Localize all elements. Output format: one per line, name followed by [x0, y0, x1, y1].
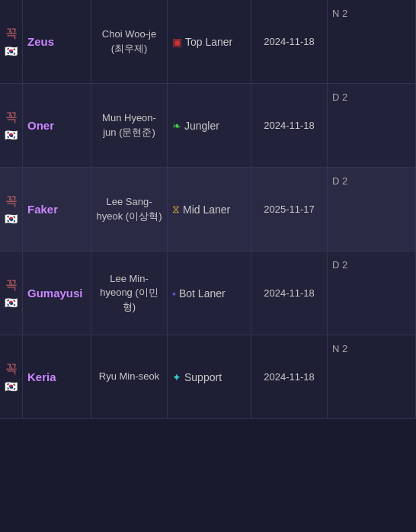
date-value: 2024-11-18: [264, 371, 315, 383]
date-value: 2025-11-17: [264, 204, 315, 215]
cell-date: 2024-11-18: [251, 84, 328, 167]
top-laner-icon: ▣: [172, 36, 182, 48]
cell-role: ▣ Top Laner: [168, 0, 251, 83]
cell-extra: N 2: [328, 335, 416, 418]
cell-rank: 꼭 🇰🇷: [0, 168, 23, 251]
cell-name: Gumayusi: [23, 252, 91, 335]
cell-name: Zeus: [23, 0, 91, 83]
date-value: 2024-11-18: [264, 36, 315, 47]
cell-role: ⧖ Mid Laner: [168, 168, 251, 251]
support-icon: ✦: [172, 371, 181, 383]
cell-role: ❧ Jungler: [168, 84, 251, 167]
cell-date: 2025-11-17: [251, 168, 328, 251]
mid-laner-icon: ⧖: [172, 203, 180, 216]
players-table: 꼭 🇰🇷 Zeus Choi Woo-je (최우제) ▣ Top Laner …: [0, 0, 416, 419]
cell-name: Faker: [23, 168, 91, 251]
cell-rank: 꼭 🇰🇷: [0, 335, 23, 418]
player-name[interactable]: Zeus: [27, 35, 54, 48]
flag-icon: 🇰🇷: [5, 380, 18, 393]
date-value: 2024-11-18: [264, 120, 315, 131]
role-row: ✦ Support: [172, 371, 222, 383]
date-value: 2024-11-18: [264, 287, 315, 299]
cell-date: 2024-11-18: [251, 335, 328, 418]
real-name: Mun Hyeon-jun (문현준): [96, 111, 162, 139]
rank-icon: 꼭: [5, 361, 18, 377]
rank-icon: 꼭: [5, 110, 18, 126]
role-row: ❧ Jungler: [172, 120, 219, 132]
table-row: 꼭 🇰🇷 Oner Mun Hyeon-jun (문현준) ❧ Jungler …: [0, 84, 416, 168]
extra-value: D 2: [332, 175, 347, 187]
role-label: Jungler: [184, 120, 219, 132]
real-name: Choi Woo-je (최우제): [96, 27, 162, 55]
player-name[interactable]: Faker: [27, 203, 58, 216]
role-label: Top Laner: [185, 36, 232, 48]
role-row: ▪ Bot Laner: [172, 287, 226, 300]
table-row: 꼭 🇰🇷 Gumayusi Lee Min-hyeong (이민형) ▪ Bot…: [0, 252, 416, 335]
extra-value: N 2: [332, 343, 347, 354]
role-row: ⧖ Mid Laner: [172, 203, 230, 216]
player-name[interactable]: Oner: [27, 119, 54, 132]
flag-icon: 🇰🇷: [5, 129, 18, 141]
cell-realname: Lee Sang-hyeok (이상혁): [91, 168, 168, 251]
player-name[interactable]: Gumayusi: [27, 287, 83, 300]
cell-realname: Choi Woo-je (최우제): [91, 0, 168, 83]
bot-laner-icon: ▪: [172, 287, 176, 300]
table-row: 꼭 🇰🇷 Keria Ryu Min-seok ✦ Support 2024-1…: [0, 335, 416, 419]
extra-value: D 2: [332, 259, 347, 271]
extra-value: N 2: [332, 8, 347, 19]
table-row: 꼭 🇰🇷 Faker Lee Sang-hyeok (이상혁) ⧖ Mid La…: [0, 168, 416, 252]
rank-icon: 꼭: [5, 277, 18, 293]
cell-rank: 꼭 🇰🇷: [0, 252, 23, 335]
cell-date: 2024-11-18: [251, 252, 328, 335]
rank-icon: 꼭: [5, 26, 18, 42]
flag-icon: 🇰🇷: [5, 213, 18, 225]
player-name[interactable]: Keria: [27, 370, 56, 383]
cell-extra: N 2: [328, 0, 416, 83]
cell-rank: 꼭 🇰🇷: [0, 84, 23, 167]
cell-realname: Lee Min-hyeong (이민형): [91, 252, 168, 335]
flag-icon: 🇰🇷: [5, 45, 18, 57]
cell-date: 2024-11-18: [251, 0, 328, 83]
table-row: 꼭 🇰🇷 Zeus Choi Woo-je (최우제) ▣ Top Laner …: [0, 0, 416, 84]
role-label: Bot Laner: [179, 287, 226, 300]
extra-value: D 2: [332, 91, 347, 103]
cell-name: Keria: [23, 335, 91, 418]
cell-extra: D 2: [328, 252, 416, 335]
cell-extra: D 2: [328, 168, 416, 251]
cell-rank: 꼭 🇰🇷: [0, 0, 23, 83]
cell-role: ▪ Bot Laner: [168, 252, 251, 335]
role-label: Mid Laner: [183, 204, 230, 216]
rank-icon: 꼭: [5, 194, 18, 210]
real-name: Lee Sang-hyeok (이상혁): [96, 195, 162, 223]
cell-extra: D 2: [328, 84, 416, 167]
flag-icon: 🇰🇷: [5, 296, 18, 309]
real-name: Ryu Min-seok: [99, 370, 159, 383]
role-label: Support: [184, 371, 222, 383]
cell-role: ✦ Support: [168, 335, 251, 418]
cell-realname: Mun Hyeon-jun (문현준): [91, 84, 168, 167]
cell-name: Oner: [23, 84, 91, 167]
jungle-icon: ❧: [172, 120, 181, 132]
role-row: ▣ Top Laner: [172, 36, 232, 48]
real-name: Lee Min-hyeong (이민형): [96, 272, 162, 314]
cell-realname: Ryu Min-seok: [91, 335, 168, 418]
